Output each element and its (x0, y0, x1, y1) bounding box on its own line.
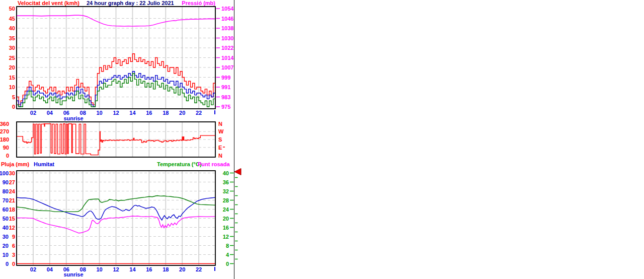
pressure-axis-label: 975 (221, 104, 236, 110)
graph-title: 24 hour graph day : 22 Julio 2021 (87, 0, 174, 6)
temperature-axis-label: 16 (218, 225, 229, 231)
wind-axis-label: 5 (3, 94, 15, 100)
temperature-axis-label: 36 (218, 179, 229, 185)
hour-label-bottom: 16 (144, 266, 154, 272)
hour-label-top: 04 (45, 110, 55, 116)
hour-label-bottom: 14 (127, 266, 137, 272)
hour-label-bottom: 08 (78, 266, 88, 272)
wind-axis-label: 10 (3, 84, 15, 90)
compass-label: E (218, 145, 224, 151)
humidity-axis-title: Humitat (34, 161, 54, 167)
hour-label-top: 14 (127, 110, 137, 116)
wind-axis-label: 50 (3, 6, 15, 12)
hour-label-bottom: 20 (177, 266, 187, 272)
pressure-axis-label: 983 (221, 94, 236, 100)
hour-label-bottom: 18 (160, 266, 171, 272)
wind-axis-label: 30 (3, 45, 15, 51)
pressure-axis-label: 1014 (221, 55, 236, 61)
wind-axis-label: 45 (3, 16, 15, 22)
hour-label-top: 08 (78, 110, 88, 116)
hour-label-top: 18 (160, 110, 171, 116)
temperature-axis-label: 28 (218, 197, 229, 203)
rain-axis-label: 3 (6, 252, 15, 258)
wind-axis-label: 20 (3, 64, 15, 71)
temperature-axis-title: Temperatura (°C) (157, 161, 202, 167)
pressure-axis-label: 1038 (221, 25, 236, 31)
rain-axis-label: 15 (6, 216, 15, 222)
wind-axis-label: 40 (3, 25, 15, 31)
rain-axis-label: 6 (6, 243, 15, 249)
rain-axis-title: Pluja (mm) (1, 161, 29, 167)
rain-axis-label: 12 (6, 225, 15, 231)
wind-axis-label: 35 (3, 35, 15, 41)
pressure-axis-label: 1007 (221, 64, 236, 71)
hour-label-bottom: 06 (61, 266, 71, 272)
weather-daily-graph-page: Velocitat del vent (kmh) 24 hour graph d… (0, 0, 644, 279)
dew-point-axis-title: Punt rosada (198, 161, 230, 167)
temperature-axis-label: 32 (218, 188, 229, 194)
pressure-axis-label: 1054 (221, 6, 236, 12)
red-pointer-arrow-icon (234, 169, 241, 175)
direction-axis-label: 90 (0, 145, 9, 151)
pressure-axis-label: 991 (221, 84, 236, 90)
temperature-axis-label: 4 (218, 252, 229, 258)
hour-label-top: 20 (177, 110, 187, 116)
rain-axis-label: 0 (6, 261, 15, 267)
pressure-axis-title: Pressió (mb) (182, 0, 215, 6)
wind-speed-axis-title: Velocitat del vent (kmh) (18, 0, 79, 6)
direction-axis-label: 0 (0, 153, 9, 159)
hour-label-top: 22 (194, 110, 204, 116)
hour-label-top: 12 (111, 110, 121, 116)
pressure-axis-label: 1022 (221, 45, 236, 51)
pressure-axis-label: 999 (221, 75, 236, 81)
rain-axis-label: 27 (6, 179, 15, 185)
temperature-axis-label: 20 (218, 216, 229, 222)
pressure-axis-label: 1030 (221, 35, 236, 41)
x-axis-end-tick-top (214, 110, 215, 114)
compass-label: N (218, 153, 224, 159)
sunrise-label-top: sunrise (60, 115, 87, 121)
rain-axis-label: 9 (6, 234, 15, 240)
hour-label-bottom: 02 (28, 266, 38, 272)
hour-label-bottom: 04 (45, 266, 55, 272)
hour-label-top: 06 (61, 110, 71, 116)
hour-label-bottom: 12 (111, 266, 121, 272)
temperature-axis-label: 12 (218, 234, 229, 240)
rain-axis-label: 18 (6, 206, 15, 213)
hour-label-top: 02 (28, 110, 38, 116)
x-axis-end-tick-bottom (214, 267, 215, 271)
wind-axis-label: 15 (3, 75, 15, 81)
hour-label-top: 10 (95, 110, 105, 116)
rain-axis-label: 24 (6, 188, 15, 194)
temperature-axis-label: 8 (218, 243, 229, 249)
scale-pointer-arrow (234, 169, 241, 175)
hour-label-top: 16 (144, 110, 154, 116)
panel2-wind-direction-chart (17, 122, 225, 157)
wind-axis-label: 25 (3, 55, 15, 61)
charts-canvas (0, 0, 644, 279)
temperature-axis-label: 0 (218, 261, 229, 267)
rain-axis-label: 21 (6, 197, 15, 203)
temperature-axis-label: 24 (218, 206, 229, 213)
hour-label-bottom: 22 (194, 266, 204, 272)
panel1-wind-pressure-chart (17, 7, 220, 109)
pressure-axis-label: 1046 (221, 16, 236, 22)
compass-label: N (218, 121, 224, 127)
compass-label: S (218, 136, 224, 143)
compass-label: W (218, 128, 224, 134)
direction-axis-label: 360 (0, 121, 9, 127)
panel3-humidity-temperature-chart (17, 171, 238, 265)
temperature-axis-label: 40 (218, 170, 229, 176)
hour-label-bottom: 10 (95, 266, 105, 272)
wind-axis-label: 0 (3, 104, 15, 110)
direction-axis-label: 180 (0, 136, 9, 143)
rain-axis-label: 30 (6, 170, 15, 176)
direction-axis-label: 270 (0, 128, 9, 134)
